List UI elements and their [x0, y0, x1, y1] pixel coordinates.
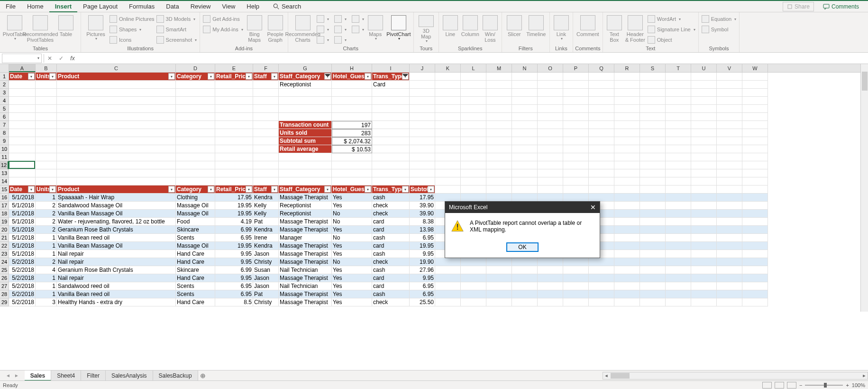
cell[interactable]: [691, 105, 717, 113]
dialog-ok-button[interactable]: OK: [506, 242, 539, 252]
cell[interactable]: [176, 97, 215, 105]
cell[interactable]: [176, 161, 215, 169]
cell[interactable]: [717, 105, 742, 113]
cell[interactable]: [742, 137, 768, 145]
column-header-D[interactable]: D: [176, 64, 215, 72]
cell[interactable]: Nail Technician: [279, 266, 332, 274]
column-header-U[interactable]: U: [691, 64, 717, 72]
row-header-21[interactable]: 21: [0, 234, 9, 242]
cell[interactable]: [614, 290, 640, 298]
cell[interactable]: [512, 89, 538, 97]
cell[interactable]: [176, 121, 215, 129]
cell[interactable]: 19.95: [215, 242, 253, 250]
cell[interactable]: [372, 89, 410, 97]
cell[interactable]: 5/1/2018: [9, 226, 36, 234]
cell[interactable]: Massage Therapist: [279, 258, 332, 266]
cell[interactable]: [640, 153, 666, 161]
cell[interactable]: [435, 105, 461, 113]
cell[interactable]: Massage Therapist: [279, 274, 332, 282]
cell[interactable]: [435, 113, 461, 121]
cancel-formula-icon[interactable]: ✕: [44, 55, 55, 62]
cell[interactable]: Christy: [253, 258, 279, 266]
cell[interactable]: [640, 81, 666, 89]
cell[interactable]: [486, 145, 512, 153]
cell[interactable]: cash: [372, 250, 410, 258]
cell[interactable]: Product▼: [57, 73, 176, 81]
filter-dropdown-icon[interactable]: ▼: [208, 186, 214, 193]
cell[interactable]: Food: [176, 218, 215, 226]
cell[interactable]: [253, 169, 279, 177]
cell[interactable]: [563, 137, 589, 145]
cell[interactable]: No: [332, 258, 372, 266]
row-header-1[interactable]: 1: [0, 73, 9, 81]
cell[interactable]: [538, 73, 563, 81]
row-header-9[interactable]: 9: [0, 137, 9, 145]
filter-dropdown-icon[interactable]: ▼: [365, 73, 371, 80]
comment-button[interactable]: Comment: [575, 13, 601, 45]
column-header-O[interactable]: O: [538, 64, 563, 72]
filter-dropdown-icon[interactable]: ▼: [402, 186, 409, 193]
cell[interactable]: [666, 153, 691, 161]
cell[interactable]: No: [332, 218, 372, 226]
cell[interactable]: 5/2/2018: [9, 266, 36, 274]
cell[interactable]: card: [372, 274, 410, 282]
cell[interactable]: 5/1/2018: [9, 202, 36, 210]
cell[interactable]: [742, 161, 768, 169]
cell[interactable]: [57, 105, 176, 113]
cell[interactable]: 9.95: [215, 250, 253, 258]
cell[interactable]: [176, 105, 215, 113]
cell[interactable]: [176, 177, 215, 185]
cell[interactable]: [589, 177, 614, 185]
screenshot-button[interactable]: Screenshot▾: [156, 35, 197, 45]
row-header-20[interactable]: 20: [0, 226, 9, 234]
cell[interactable]: [742, 210, 768, 218]
cell[interactable]: [717, 129, 742, 137]
cell[interactable]: [176, 113, 215, 121]
cell[interactable]: Vanilla Bean Massage Oil: [57, 210, 176, 218]
cell[interactable]: Kendra: [253, 194, 279, 202]
cell[interactable]: [691, 258, 717, 266]
cell[interactable]: [538, 282, 563, 290]
cell[interactable]: [666, 218, 691, 226]
cell[interactable]: [410, 177, 435, 185]
chart-type-1[interactable]: ▾ ▾ ▾: [317, 14, 364, 24]
cell[interactable]: [717, 282, 742, 290]
cell[interactable]: [563, 266, 589, 274]
cell[interactable]: Yes: [332, 202, 372, 210]
cell[interactable]: 5/1/2018: [9, 250, 36, 258]
cell[interactable]: [36, 169, 57, 177]
cell[interactable]: No: [332, 210, 372, 218]
cell[interactable]: Trans_Type▼: [372, 185, 410, 194]
cell[interactable]: [512, 153, 538, 161]
fx-icon[interactable]: fx: [67, 55, 78, 62]
cell[interactable]: [36, 89, 57, 97]
cell[interactable]: [614, 298, 640, 306]
cell[interactable]: 5/2/2018: [9, 298, 36, 306]
cell[interactable]: [614, 81, 640, 89]
filter-dropdown-icon[interactable]: ▼: [49, 73, 56, 80]
cell[interactable]: [691, 210, 717, 218]
cell[interactable]: [486, 73, 512, 81]
cell[interactable]: [691, 218, 717, 226]
cell[interactable]: [253, 121, 279, 129]
cell[interactable]: [640, 97, 666, 105]
cell[interactable]: Sandalwood reed oil: [57, 282, 176, 290]
cell[interactable]: Pat: [253, 218, 279, 226]
cell[interactable]: [691, 290, 717, 298]
row-header-12[interactable]: 12: [0, 161, 9, 169]
cell[interactable]: [589, 121, 614, 129]
cell[interactable]: Receptionist: [279, 81, 332, 89]
cell[interactable]: [512, 81, 538, 89]
cell[interactable]: Kendra: [253, 242, 279, 250]
cell[interactable]: Scents: [176, 234, 215, 242]
cell[interactable]: [538, 145, 563, 153]
tab-review[interactable]: Review: [185, 1, 217, 12]
cell[interactable]: Scents: [176, 282, 215, 290]
cell[interactable]: [742, 226, 768, 234]
people-graph-button[interactable]: People Graph: [265, 13, 286, 45]
cell[interactable]: [279, 177, 332, 185]
link-button[interactable]: Link▾: [552, 13, 571, 45]
cell[interactable]: [461, 113, 486, 121]
cell[interactable]: [9, 161, 36, 169]
cell[interactable]: [691, 89, 717, 97]
